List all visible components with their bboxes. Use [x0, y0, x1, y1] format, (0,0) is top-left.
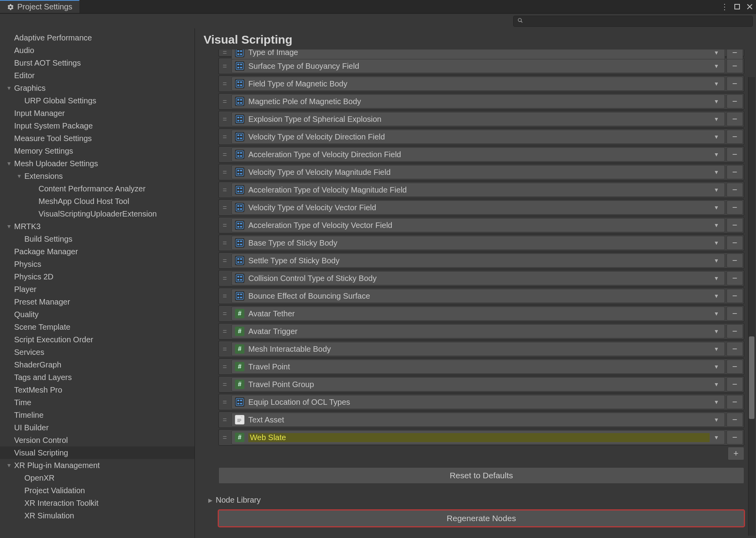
sidebar-item-physics-2d[interactable]: Physics 2D [0, 270, 195, 283]
drag-handle[interactable]: = [219, 97, 231, 106]
remove-type-button[interactable]: − [727, 289, 743, 303]
add-type-button[interactable]: + [728, 447, 744, 460]
sidebar-item-measure-tool-settings[interactable]: Measure Tool Settings [0, 132, 195, 145]
drag-handle[interactable]: = [219, 292, 231, 300]
remove-type-button[interactable]: − [727, 147, 743, 162]
remove-type-button[interactable]: − [727, 94, 743, 108]
sidebar-item-urp-global-settings[interactable]: URP Global Settings [0, 94, 195, 107]
sidebar-item-content-performance-analyzer[interactable]: Content Performance Analyzer [0, 182, 195, 195]
remove-type-button[interactable]: − [727, 165, 743, 179]
remove-type-button[interactable]: − [727, 324, 743, 338]
sidebar-item-openxr[interactable]: OpenXR [0, 472, 195, 484]
drag-handle[interactable]: = [219, 151, 231, 159]
sidebar-item-audio[interactable]: Audio [0, 44, 195, 57]
sidebar-item-tags-and-layers[interactable]: Tags and Layers [0, 371, 195, 384]
type-selector[interactable]: Explosion Type of Spherical Explosion▼ [231, 112, 725, 126]
sidebar-item-quality[interactable]: Quality [0, 308, 195, 321]
drag-handle[interactable]: = [219, 274, 231, 283]
drag-handle[interactable]: = [219, 221, 231, 230]
sidebar-item-mesh-uploader-settings[interactable]: ▼Mesh Uploader Settings [0, 157, 195, 170]
type-selector[interactable]: Field Type of Magnetic Body▼ [231, 77, 725, 91]
drag-handle[interactable]: = [219, 204, 231, 212]
sidebar-item-physics[interactable]: Physics [0, 258, 195, 270]
sidebar-item-preset-manager[interactable]: Preset Manager [0, 296, 195, 308]
type-selector[interactable]: Velocity Type of Velocity Direction Fiel… [231, 130, 725, 144]
drag-handle[interactable]: = [219, 186, 231, 194]
sidebar-item-shadergraph[interactable]: ShaderGraph [0, 358, 195, 371]
remove-type-button[interactable]: − [727, 236, 743, 250]
sidebar-item-adaptive-performance[interactable]: Adaptive Performance [0, 31, 195, 44]
drag-handle[interactable]: = [219, 257, 231, 265]
search-input[interactable] [513, 16, 753, 27]
drag-handle[interactable]: = [219, 416, 231, 424]
sidebar-item-project-validation[interactable]: Project Validation [0, 484, 195, 497]
sidebar-item-meshapp-cloud-host-tool[interactable]: MeshApp Cloud Host Tool [0, 195, 195, 207]
drag-handle[interactable]: = [219, 398, 231, 406]
drag-handle[interactable]: = [219, 327, 231, 336]
remove-type-button[interactable]: − [727, 50, 743, 60]
drag-handle[interactable]: = [219, 133, 231, 141]
regenerate-nodes-button[interactable]: Regenerate Nodes [218, 510, 744, 527]
sidebar-item-xr-interaction-toolkit[interactable]: XR Interaction Toolkit [0, 497, 195, 509]
drag-handle[interactable]: = [219, 380, 231, 389]
type-selector[interactable]: Magnetic Pole of Magnetic Body▼ [231, 94, 725, 108]
sidebar-item-burst-aot-settings[interactable]: Burst AOT Settings [0, 57, 195, 69]
sidebar-item-input-manager[interactable]: Input Manager [0, 107, 195, 119]
type-selector[interactable]: Type of Image▼ [231, 50, 725, 60]
type-selector[interactable]: Velocity Type of Velocity Magnitude Fiel… [231, 165, 725, 179]
drag-handle[interactable]: = [219, 115, 231, 123]
tab-project-settings[interactable]: Project Settings [0, 0, 79, 13]
sidebar-item-build-settings[interactable]: Build Settings [0, 233, 195, 245]
type-selector[interactable]: #Avatar Tether▼ [231, 307, 725, 321]
remove-type-button[interactable]: − [727, 112, 743, 126]
drag-handle[interactable]: = [219, 50, 231, 57]
remove-type-button[interactable]: − [727, 183, 743, 197]
node-library-foldout[interactable]: ▶ Node Library [208, 496, 744, 505]
remove-type-button[interactable]: − [727, 430, 743, 444]
sidebar-item-ui-builder[interactable]: UI Builder [0, 421, 195, 434]
remove-type-button[interactable]: − [727, 218, 743, 232]
sidebar-item-mrtk3[interactable]: ▼MRTK3 [0, 220, 195, 233]
type-selector[interactable]: Settle Type of Sticky Body▼ [231, 253, 725, 268]
type-selector[interactable]: Base Type of Sticky Body▼ [231, 236, 725, 250]
type-selector[interactable]: #Avatar Trigger▼ [231, 324, 725, 338]
type-selector[interactable]: Velocity Type of Velocity Vector Field▼ [231, 200, 725, 215]
remove-type-button[interactable]: − [727, 307, 743, 321]
type-selector[interactable]: Acceleration Type of Velocity Direction … [231, 147, 725, 162]
remove-type-button[interactable]: − [727, 253, 743, 268]
drag-handle[interactable]: = [219, 363, 231, 371]
sidebar-item-timeline[interactable]: Timeline [0, 409, 195, 421]
drag-handle[interactable]: = [219, 168, 231, 176]
sidebar-item-editor[interactable]: Editor [0, 69, 195, 82]
remove-type-button[interactable]: − [727, 59, 743, 73]
type-selector[interactable]: Collision Control Type of Sticky Body▼ [231, 271, 725, 285]
sidebar-item-memory-settings[interactable]: Memory Settings [0, 145, 195, 157]
drag-handle[interactable]: = [219, 310, 231, 318]
maximize-icon[interactable] [733, 3, 741, 11]
type-selector[interactable]: Surface Type of Buoyancy Field▼ [231, 59, 725, 73]
remove-type-button[interactable]: − [727, 395, 743, 409]
sidebar-item-player[interactable]: Player [0, 283, 195, 296]
sidebar-item-xr-simulation[interactable]: XR Simulation [0, 509, 195, 522]
type-selector[interactable]: Bounce Effect of Bouncing Surface▼ [231, 289, 725, 303]
sidebar-item-visual-scripting[interactable]: Visual Scripting [0, 446, 195, 459]
type-selector[interactable]: Text Asset▼ [231, 413, 725, 427]
remove-type-button[interactable]: − [727, 77, 743, 91]
type-selector[interactable]: Equip Location of OCL Types▼ [231, 395, 725, 409]
kebab-icon[interactable]: ⋮ [721, 3, 728, 11]
type-selector[interactable]: #Mesh Interactable Body▼ [231, 342, 725, 356]
scrollbar-thumb[interactable] [749, 336, 754, 419]
sidebar-item-visualscriptinguploaderextension[interactable]: VisualScriptingUploaderExtension [0, 207, 195, 220]
type-selector[interactable]: #Travel Point▼ [231, 360, 725, 374]
remove-type-button[interactable]: − [727, 377, 743, 391]
remove-type-button[interactable]: − [727, 413, 743, 427]
drag-handle[interactable]: = [219, 239, 231, 247]
drag-handle[interactable]: = [219, 80, 231, 88]
remove-type-button[interactable]: − [727, 200, 743, 215]
drag-handle[interactable]: = [219, 62, 231, 70]
remove-type-button[interactable]: − [727, 360, 743, 374]
sidebar-item-script-execution-order[interactable]: Script Execution Order [0, 333, 195, 346]
sidebar-item-textmesh-pro[interactable]: TextMesh Pro [0, 384, 195, 396]
sidebar-item-services[interactable]: Services [0, 346, 195, 358]
type-selector[interactable]: #Web Slate▼ [231, 430, 725, 444]
